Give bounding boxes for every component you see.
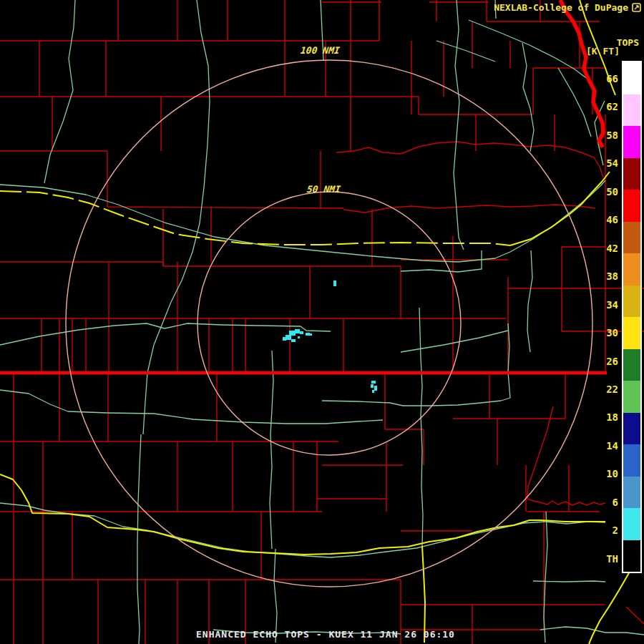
legend-segment: [623, 126, 640, 158]
echo-pixel: [286, 335, 291, 340]
echo-pixel: [333, 280, 336, 286]
legend-title: TOPS: [617, 38, 639, 47]
river-county-meanders: [336, 142, 605, 505]
legend-tick: 58: [590, 130, 618, 141]
credit-text: NEXLAB-College of DuPage: [494, 3, 628, 12]
legend-segment: [623, 444, 640, 477]
legend-tick: 22: [590, 384, 618, 395]
legend-tick: 50: [590, 186, 618, 197]
legend-tick: 10: [590, 468, 618, 479]
legend-tick: 34: [590, 299, 618, 311]
legend-tick: 18: [590, 411, 618, 423]
legend-segment: [623, 158, 640, 190]
legend-colorbar: [622, 61, 642, 573]
legend-segment: [623, 286, 640, 318]
legend-segment: [623, 94, 640, 127]
legend-tick: 66: [590, 73, 618, 84]
legend-tick: 14: [590, 440, 618, 452]
range-ring-100-label: 100 NMI: [300, 46, 340, 55]
echo-pixel: [306, 333, 310, 336]
echo-pixel: [298, 336, 300, 338]
legend-tick: 2: [590, 525, 618, 536]
legend-segment: [623, 317, 640, 349]
legend-tick: 42: [590, 243, 618, 254]
legend-segment: [623, 222, 640, 254]
legend-segment: [623, 413, 640, 445]
radar-map: [0, 0, 644, 644]
legend-tick: 38: [590, 270, 618, 282]
external-link-box-icon: [632, 2, 641, 12]
echo-pixel: [371, 384, 374, 388]
radar-display: 100 NMI 50 NMI NEXLAB-College of DuPage …: [0, 0, 644, 644]
legend-segment: [623, 190, 640, 222]
range-ring-50nmi: [197, 192, 461, 455]
echo-pixel: [295, 329, 300, 333]
us-highway-south-line: [0, 474, 605, 555]
legend-tick: 26: [590, 356, 618, 367]
echo-layer: [283, 280, 377, 393]
legend-tick: 6: [590, 497, 618, 508]
legend-segment: [623, 349, 640, 381]
legend-units: [K FT]: [586, 47, 620, 56]
legend-segment: [623, 540, 640, 572]
echo-pixel: [374, 386, 377, 391]
legend-tick: 62: [590, 101, 618, 112]
range-ring-50-label: 50 NMI: [306, 185, 341, 194]
legend-tick: 46: [590, 214, 618, 225]
echo-pixel: [310, 333, 312, 336]
echo-pixel: [291, 339, 296, 342]
echo-pixel: [289, 331, 296, 336]
echo-pixel: [371, 381, 376, 384]
echo-pixel: [300, 331, 303, 334]
echo-pixel: [372, 390, 374, 393]
legend-tick: 30: [590, 327, 618, 338]
legend-segment: [623, 253, 640, 286]
legend-segment: [623, 381, 640, 413]
legend-tick: TH: [590, 553, 618, 565]
legend-segment: [623, 62, 640, 94]
legend-tick: 54: [590, 157, 618, 169]
interstate-80-line: [0, 191, 510, 245]
credit-link[interactable]: NEXLAB-College of DuPage: [494, 2, 641, 12]
product-caption: ENHANCED ECHO TOPS - KUEX 11 JAN 26 06:1…: [196, 629, 455, 640]
legend-segment: [623, 477, 640, 509]
legend-segment: [623, 508, 640, 540]
